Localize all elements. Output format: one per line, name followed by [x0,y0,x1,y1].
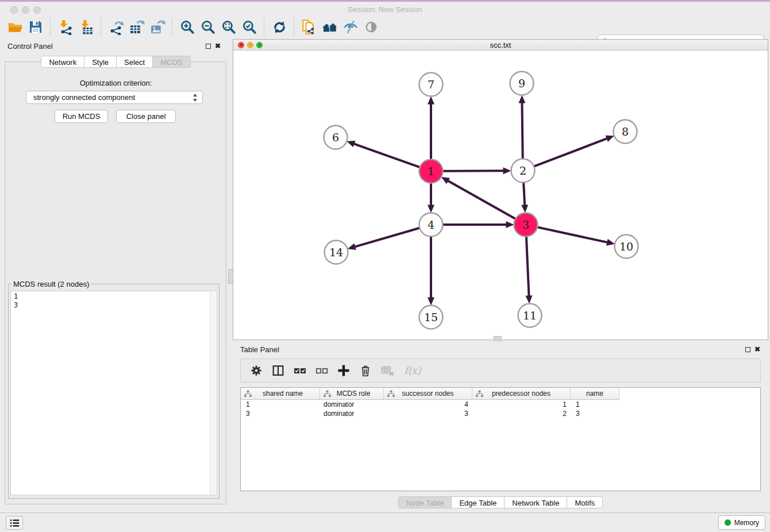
plus-icon [336,363,351,378]
zoom-selected-button[interactable] [239,18,260,37]
network-window-titlebar[interactable]: ✕ − + scc.txt [233,40,768,51]
svg-text:11: 11 [523,309,537,322]
toolbar-separator [101,18,102,36]
home-button[interactable] [319,18,340,37]
graph-edge-3-10[interactable] [537,227,607,242]
graph-edge-3-11[interactable] [526,236,529,296]
graph-edge-1-6[interactable] [354,144,420,167]
graph-node-1[interactable]: 1 [419,160,443,183]
column-header-name[interactable]: name [571,388,619,400]
table-row[interactable]: 3dominator323 [241,409,760,418]
graph-node-6[interactable]: 6 [324,126,348,149]
export-table-button[interactable] [126,18,147,37]
graph-node-10[interactable]: 10 [615,235,638,259]
criterion-dropdown[interactable]: strongly connected component [26,91,203,104]
run-mcds-button[interactable]: Run MCDS [55,110,108,123]
open-session-button[interactable] [5,18,25,37]
tab-edge-table[interactable]: Edge Table [452,496,505,508]
export-image-button[interactable] [147,18,168,37]
export-image-icon [150,20,165,35]
save-session-button[interactable] [25,18,46,37]
close-panel-icon[interactable]: ✖ [215,43,221,49]
network-canvas[interactable]: 7968124314101511 [233,51,768,340]
tab-node-table[interactable]: Node Table [398,496,452,508]
table-cell[interactable]: dominator [320,409,384,418]
memory-button[interactable]: Memory [718,515,765,530]
column-header-predecessor-nodes[interactable]: predecessor nodes [472,388,571,400]
graph-edge-2-8[interactable] [534,138,607,167]
deselect-all-button[interactable] [312,361,332,380]
graph-node-7[interactable]: 7 [419,73,443,97]
table-cell[interactable]: dominator [320,400,384,409]
graph-edge-1-2[interactable] [442,171,503,171]
delete-table-button[interactable] [378,361,397,380]
graph-edge-2-9[interactable] [522,102,522,159]
svg-text:1: 1 [428,165,434,178]
graph-edge-3-1[interactable] [448,180,515,218]
zoom-fit-icon [221,20,237,35]
tab-network[interactable]: Network [41,56,84,68]
float-table-panel-icon[interactable] [745,347,750,352]
column-header-mcds-role[interactable]: MCDS role [320,388,384,400]
export-network-button[interactable] [106,18,126,37]
function-builder-button[interactable]: f(x) [399,361,426,380]
task-history-button[interactable] [6,516,23,530]
table-cell[interactable]: 1 [472,400,571,409]
close-panel-button[interactable]: Close panel [116,110,176,123]
zoom-out-button[interactable] [198,18,218,37]
refresh-layout-button[interactable] [269,18,290,37]
close-table-panel-icon[interactable]: ✖ [754,346,760,352]
graph-node-14[interactable]: 14 [325,241,348,264]
zoom-in-button[interactable] [177,18,198,37]
table-row[interactable]: 1dominator411 [241,400,760,409]
graph-node-11[interactable]: 11 [518,304,542,327]
svg-text:8: 8 [622,125,629,138]
hide-panel-button[interactable] [340,18,361,37]
mcds-result-textarea[interactable]: 1 3 [10,291,217,495]
column-chooser-button[interactable] [268,361,288,380]
import-network-button[interactable] [55,18,76,37]
import-table-button[interactable] [76,18,97,37]
node-table-header: shared name MCDS role [241,388,760,400]
result-scrollbar[interactable] [210,292,216,494]
memory-label: Memory [734,519,759,527]
eye-icon [364,20,379,34]
graph-node-2[interactable]: 2 [511,159,535,183]
table-cell[interactable]: 3 [571,409,619,418]
graph-node-4[interactable]: 4 [419,213,443,237]
table-cell[interactable]: 2 [472,409,571,418]
graph-node-3[interactable]: 3 [514,213,538,237]
graph-node-9[interactable]: 9 [510,72,534,95]
show-panel-button[interactable] [361,18,382,37]
graph-node-8[interactable]: 8 [614,120,637,144]
table-cell[interactable]: 3 [384,409,472,418]
zoom-in-icon [180,20,195,35]
graph-edge-4-14[interactable] [355,228,419,247]
table-cell[interactable]: 3 [241,409,320,418]
tab-network-table[interactable]: Network Table [505,496,567,508]
graph-node-15[interactable]: 15 [419,306,443,329]
column-header-successor-nodes[interactable]: successor nodes [384,388,472,400]
table-cell[interactable]: 4 [384,400,472,409]
tab-mcds[interactable]: MCDS [153,56,190,68]
table-cell[interactable]: 1 [571,400,619,409]
add-column-button[interactable] [334,361,353,380]
network-document-button[interactable] [299,18,319,37]
graph-edge-2-3[interactable] [523,182,525,205]
column-header-shared-name[interactable]: shared name [241,388,320,400]
tab-style[interactable]: Style [84,56,117,68]
horizontal-splitter-grip[interactable] [494,336,502,341]
select-all-button[interactable] [290,361,310,380]
table-settings-button[interactable] [247,361,266,380]
window-title: Session: New Session [0,5,770,14]
zoom-fit-button[interactable] [218,18,239,37]
tab-motifs[interactable]: Motifs [567,496,603,508]
svg-text:14: 14 [329,246,343,259]
network-graph[interactable]: 7968124314101511 [233,51,768,340]
tab-select[interactable]: Select [117,56,153,68]
float-panel-icon[interactable] [206,44,211,49]
network-window: ✕ − + scc.txt 7968124314101511 [233,39,768,340]
toolbar-separator [264,18,265,36]
delete-column-button[interactable] [356,361,375,380]
table-cell[interactable]: 1 [241,400,320,409]
